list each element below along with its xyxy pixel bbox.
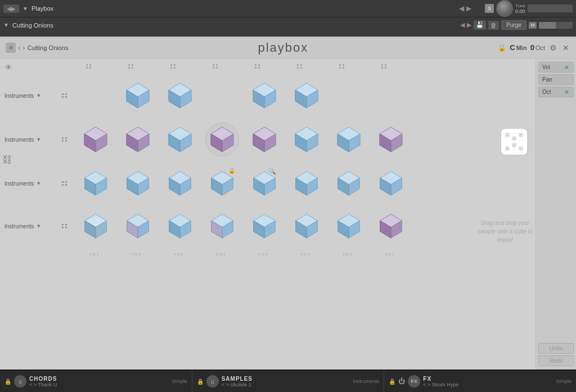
nav-next-btn[interactable]: ▶: [466, 4, 471, 12]
cube-r3c2[interactable]: [116, 163, 159, 204]
chords-lock: 🔒: [4, 379, 11, 385]
cube-r1c6[interactable]: [285, 76, 327, 115]
track2-nav-prev[interactable]: ◀: [460, 21, 465, 29]
cube-r2c6[interactable]: [285, 118, 327, 161]
eye-icon[interactable]: 👁: [4, 63, 12, 72]
chain-link-icon[interactable]: ⛓: [2, 154, 12, 166]
delete-icon[interactable]: 🗑: [488, 21, 499, 30]
cube-r4c7[interactable]: [327, 206, 370, 246]
fx-style: Simple: [556, 379, 572, 384]
nav-back[interactable]: ‹: [18, 43, 20, 52]
cube-r2c1[interactable]: [74, 118, 116, 161]
nav-cell-5[interactable]: ‹○›: [242, 251, 284, 257]
settings-button[interactable]: ⚙: [548, 42, 558, 53]
row2-dice[interactable]: [62, 137, 73, 142]
close-button[interactable]: ✕: [561, 42, 570, 53]
cube-r3c7[interactable]: [327, 163, 370, 204]
cube-r4c4[interactable]: [201, 206, 243, 246]
purge-button[interactable]: Purge: [501, 20, 526, 30]
instrument-row-3: Instruments ▼: [0, 162, 536, 205]
instrument-label-1[interactable]: Instruments ▼: [0, 93, 62, 99]
nav-cell-8[interactable]: ‹○›: [368, 251, 411, 257]
nav-cell-4[interactable]: ‹○›: [200, 251, 242, 257]
plugin-title: playbox: [68, 40, 498, 55]
cube-r2c2[interactable]: [116, 118, 159, 161]
cube-r3c1[interactable]: [74, 163, 116, 204]
fx-icon: FX: [408, 375, 420, 388]
cube-r3c5-search[interactable]: 🔍: [243, 163, 285, 204]
cube-r3c3[interactable]: [159, 163, 201, 204]
pan-button[interactable]: Pan: [538, 74, 574, 85]
fx-sub: < > Strum Hype: [423, 382, 458, 388]
cube-r2c8[interactable]: [370, 118, 412, 161]
dot-cell-6: [278, 64, 321, 69]
cube-r3c8[interactable]: [370, 163, 412, 204]
cube-r4c2[interactable]: [116, 206, 159, 246]
m-button[interactable]: M: [529, 22, 537, 29]
cube-r1c3[interactable]: [159, 76, 201, 115]
oct-button[interactable]: Oct A: [538, 87, 574, 97]
knob-tune[interactable]: [496, 0, 513, 17]
svg-point-113: [505, 133, 510, 137]
nav-cell-3[interactable]: ‹○›: [158, 251, 200, 257]
nav-cell-1[interactable]: ‹○›: [73, 251, 115, 257]
track2-arrow: ▼: [3, 22, 9, 28]
oct-value: 0: [530, 43, 534, 52]
instrument-label-3[interactable]: Instruments ▼: [0, 181, 62, 187]
chords-sub: < > Thank U: [29, 382, 57, 388]
fx-lock: 🔒: [389, 379, 395, 385]
lock-icon[interactable]: 🔒: [498, 44, 506, 52]
daw-logo-btn[interactable]: ◀▶: [3, 4, 19, 13]
bottom-section-fx: 🔒 ⏻ FX FX < > Strum Hype Simple: [384, 371, 576, 392]
samples-style: Instruments: [353, 379, 379, 384]
instrument-row-1: Instruments ▼: [0, 74, 536, 117]
nav-forward[interactable]: ›: [22, 43, 25, 52]
cube-r2c4-active[interactable]: [201, 118, 243, 161]
right-panel: Vol A Pan Oct A Undo Redo: [536, 58, 576, 370]
big-dice[interactable]: [498, 126, 530, 159]
save-icon[interactable]: 💾: [474, 20, 486, 30]
cube-r2c3[interactable]: [159, 118, 201, 161]
drag-drop-text: Drag and drop your sample onto a cube to…: [477, 219, 533, 244]
cube-r2c5[interactable]: [243, 118, 285, 161]
bottom-bar: 🔒 ♫ CHORDS < > Thank U Simple 🔒 ♫ SAMPLE…: [0, 370, 576, 392]
cube-r1c5[interactable]: [243, 76, 285, 115]
bottom-nav-row: ‹○› ‹○› ‹○› ‹○› ‹○› ‹○› ‹○› ‹○›: [0, 247, 536, 261]
s-button[interactable]: S: [485, 4, 494, 13]
dot-cell-2: [110, 64, 152, 69]
cube-r4c5[interactable]: [243, 206, 285, 246]
dot-cell-5: [236, 64, 278, 69]
breadcrumb: Cutting Onions: [28, 44, 69, 51]
nav-cell-2[interactable]: ‹○›: [115, 251, 158, 257]
cube-r1c2[interactable]: [116, 76, 159, 115]
track2-nav-next[interactable]: ▶: [467, 21, 471, 29]
row4-dice[interactable]: [62, 224, 73, 228]
nav-prev-btn[interactable]: ◀: [459, 4, 464, 12]
instrument-label-2[interactable]: Instruments ▼: [0, 137, 62, 143]
cube-r4c3[interactable]: [159, 206, 201, 246]
header-icon: ⊞: [6, 43, 16, 53]
plugin-window: ⊞ ‹ › Cutting Onions playbox 🔒 CMin 0 Oc…: [0, 37, 576, 370]
cube-r4c6[interactable]: [285, 206, 327, 246]
instrument-label-4[interactable]: Instruments ▼: [0, 223, 62, 229]
nav-cell-7[interactable]: ‹○›: [326, 251, 368, 257]
redo-button[interactable]: Redo: [538, 355, 574, 366]
row1-dice[interactable]: [62, 93, 73, 98]
vol-button[interactable]: Vol A: [538, 62, 574, 73]
nav-cell-6[interactable]: ‹○›: [284, 251, 326, 257]
row3-dice[interactable]: [62, 181, 73, 186]
cube-r3c4-locked[interactable]: 🔒: [201, 163, 243, 204]
chords-style: Simple: [172, 379, 187, 384]
samples-icon: ♫: [206, 375, 219, 388]
svg-point-115: [505, 146, 510, 151]
undo-button[interactable]: Undo: [538, 343, 574, 354]
power-icon[interactable]: ⏻: [398, 377, 405, 385]
svg-rect-112: [501, 128, 528, 155]
instrument-row-4: Instruments ▼: [0, 205, 536, 247]
cube-r3c6[interactable]: [285, 163, 327, 204]
svg-point-116: [519, 146, 523, 151]
cube-r2c7[interactable]: [327, 118, 370, 161]
cube-r4c8[interactable]: [370, 206, 412, 246]
plugin-header: ⊞ ‹ › Cutting Onions playbox 🔒 CMin 0 Oc…: [0, 37, 576, 58]
cube-r4c1[interactable]: [74, 206, 116, 246]
